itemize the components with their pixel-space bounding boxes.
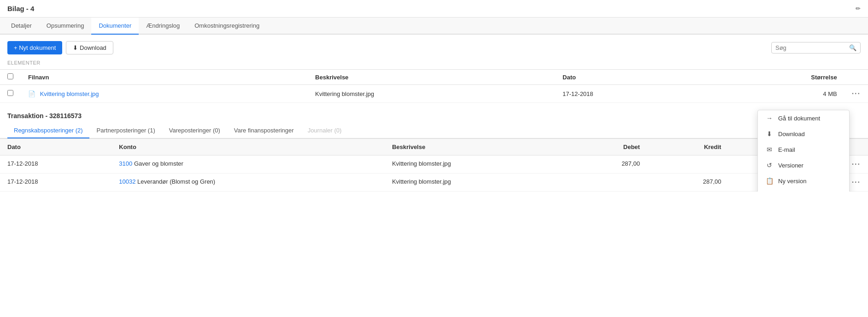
page-title: Bilag - 4 [7, 5, 34, 12]
row-more-button[interactable]: ··· [852, 90, 861, 97]
new-document-button[interactable]: + Nyt dokument [7, 41, 62, 54]
tab-opsummering[interactable]: Opsummering [39, 18, 92, 35]
tx-description: Kvittering blomster.jpg [385, 156, 566, 173]
search-input[interactable] [775, 44, 849, 51]
tx-kredit: 287,00 [647, 173, 729, 191]
edit-icon[interactable]: ✏ [856, 5, 861, 12]
col-konto: Konto [111, 139, 385, 156]
table-row: 17-12-2018 3100 Gaver og blomster Kvitte… [0, 156, 868, 173]
menu-item-label: Gå til dokument [778, 115, 820, 122]
col-description: Beskrivelse [308, 70, 555, 85]
page-header: Bilag - 4 ✏ [0, 0, 868, 18]
menu-item-icon: ⬇ [765, 130, 774, 138]
tx-date: 17-12-2018 [0, 173, 111, 191]
section-label: ELEMENTER [0, 58, 868, 69]
row-more-button[interactable]: ··· [852, 160, 861, 168]
menu-item-label: Download [778, 131, 805, 138]
menu-item-label: Ny version [778, 178, 806, 185]
col-size: Størrelse [708, 70, 845, 85]
tx-date: 17-12-2018 [0, 156, 111, 173]
table-row: 17-12-2018 10032 Leverandør (Blomst og G… [0, 173, 868, 191]
col-debet: Debet [566, 139, 647, 156]
sub-tab-vareposteringer--0-[interactable]: Vareposteringer (0) [163, 123, 227, 138]
toolbar: + Nyt dokument ⬇ Download 🔍 [0, 35, 868, 58]
konto-link[interactable]: 10032 [119, 178, 135, 185]
menu-item-icon: ✉ [765, 146, 774, 153]
transactions-table: Dato Konto Beskrivelse Debet Kredit Moms… [0, 138, 868, 191]
tab-ændringslog[interactable]: Ændringslog [139, 18, 187, 35]
sub-tab-regnskabsposteringer--2-[interactable]: Regnskabsposteringer (2) [7, 123, 89, 138]
file-icon: 📄 [28, 90, 35, 97]
konto-link[interactable]: 3100 [119, 160, 132, 167]
menu-item-icon: 📋 [765, 177, 774, 185]
col-kredit: Kredit [647, 139, 729, 156]
context-menu-item-gå-til-dokument[interactable]: → Gå til dokument [758, 110, 849, 126]
tx-konto: 3100 Gaver og blomster [111, 156, 385, 173]
doc-date: 17-12-2018 [555, 85, 708, 103]
col-date: Dato [0, 139, 111, 156]
doc-size: 4 MB [708, 85, 845, 103]
col-description: Beskrivelse [385, 139, 566, 156]
sub-tab-partnerposteringer--1-[interactable]: Partnerposteringer (1) [90, 123, 162, 138]
menu-item-icon: ↺ [765, 161, 774, 169]
tab-detaljer[interactable]: Detaljer [4, 18, 39, 35]
tabs-nav: DetaljerOpsummeringDokumenterÆndringslog… [0, 18, 868, 35]
tab-omkostningsregistrering[interactable]: Omkostningsregistrering [187, 18, 267, 35]
context-menu: → Gå til dokument⬇ Download✉ E-mail↺ Ver… [757, 110, 850, 191]
tx-kredit [647, 156, 729, 173]
tx-debet [566, 173, 647, 191]
menu-item-label: E-mail [778, 146, 795, 153]
documents-table: Filnavn Beskrivelse Dato Størrelse 📄 Kvi… [0, 69, 868, 103]
context-menu-item-versioner[interactable]: ↺ Versioner [758, 157, 849, 173]
search-box: 🔍 [771, 42, 861, 54]
context-menu-item-download[interactable]: ⬇ Download [758, 126, 849, 142]
col-filename: Filnavn [21, 70, 308, 85]
select-all-checkbox[interactable] [7, 73, 13, 79]
col-date: Dato [555, 70, 708, 85]
tx-debet: 287,00 [566, 156, 647, 173]
row-more-button[interactable]: ··· [852, 178, 861, 186]
context-menu-item-tilføj-relation[interactable]: 🔗 Tilføj relation [758, 189, 849, 191]
file-link[interactable]: Kvittering blomster.jpg [40, 90, 99, 97]
menu-item-label: Versioner [778, 162, 803, 169]
sub-tab-journaler--0-: Journaler (0) [301, 123, 348, 138]
table-row: 📄 Kvittering blomster.jpg Kvittering blo… [0, 85, 868, 103]
menu-item-icon: → [765, 114, 774, 122]
download-button[interactable]: ⬇ Download [66, 41, 113, 54]
context-menu-item-ny-version[interactable]: 📋 Ny version [758, 173, 849, 189]
sub-tab-vare-finansposteringer[interactable]: Vare finansposteringer [228, 123, 300, 138]
transaction-title: Transaktion - 328116573 [0, 103, 868, 123]
search-icon[interactable]: 🔍 [849, 44, 856, 51]
sub-tabs-nav: Regnskabsposteringer (2)Partnerpostering… [0, 123, 868, 138]
row-checkbox[interactable] [7, 90, 13, 96]
doc-description: Kvittering blomster.jpg [308, 85, 555, 103]
context-menu-item-e-mail[interactable]: ✉ E-mail [758, 142, 849, 157]
download-icon: ⬇ [73, 44, 80, 51]
tx-konto: 10032 Leverandør (Blomst og Gren) [111, 173, 385, 191]
tab-dokumenter[interactable]: Dokumenter [91, 18, 139, 35]
tx-description: Kvittering blomster.jpg [385, 173, 566, 191]
